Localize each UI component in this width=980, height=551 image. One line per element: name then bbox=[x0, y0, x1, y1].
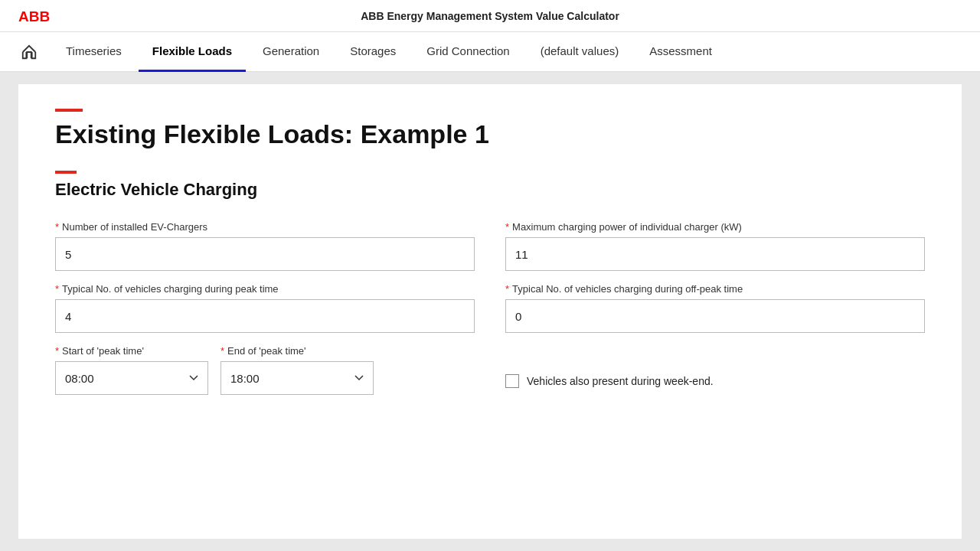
section-red-line bbox=[55, 171, 77, 174]
abb-logo-svg: ABB bbox=[18, 8, 58, 24]
peak-start-required-star: * bbox=[55, 345, 59, 357]
nav-item-default-values[interactable]: (default values) bbox=[527, 32, 633, 72]
nav-item-grid-connection[interactable]: Grid Connection bbox=[413, 32, 523, 72]
peak-end-required-star: * bbox=[220, 345, 224, 357]
nav-item-flexible-loads[interactable]: Flexible Loads bbox=[139, 32, 246, 72]
page-title: Existing Flexible Loads: Example 1 bbox=[55, 119, 925, 149]
weekend-checkbox[interactable] bbox=[505, 374, 519, 388]
offpeak-vehicles-field-group: *Typical No. of vehicles charging during… bbox=[505, 283, 925, 333]
section-title: Electric Vehicle Charging bbox=[55, 180, 925, 200]
nav-item-assessment[interactable]: Assessment bbox=[635, 32, 726, 72]
nav-item-timeseries[interactable]: Timeseries bbox=[52, 32, 136, 72]
nav-item-generation[interactable]: Generation bbox=[249, 32, 333, 72]
peak-time-dropdowns: *Start of 'peak time' 00:0001:0002:0003:… bbox=[55, 345, 475, 395]
abb-logo-header: ABB bbox=[18, 8, 58, 24]
max-charging-power-required-star: * bbox=[505, 221, 509, 233]
peak-vehicles-input[interactable] bbox=[55, 299, 475, 333]
offpeak-vehicles-label: *Typical No. of vehicles charging during… bbox=[505, 283, 925, 295]
main-nav: Timeseries Flexible Loads Generation Sto… bbox=[0, 32, 980, 72]
max-charging-power-input[interactable] bbox=[505, 237, 925, 271]
form-grid-top: *Number of installed EV-Chargers *Maximu… bbox=[55, 221, 925, 271]
max-charging-power-label: *Maximum charging power of individual ch… bbox=[505, 221, 925, 233]
form-grid-bottom: *Start of 'peak time' 00:0001:0002:0003:… bbox=[55, 345, 925, 395]
nav-item-storages[interactable]: Storages bbox=[336, 32, 410, 72]
ev-chargers-field-group: *Number of installed EV-Chargers bbox=[55, 221, 475, 271]
peak-vehicles-label: *Typical No. of vehicles charging during… bbox=[55, 283, 475, 295]
ev-chargers-label: *Number of installed EV-Chargers bbox=[55, 221, 475, 233]
weekend-label: Vehicles also present during week-end. bbox=[527, 375, 714, 387]
app-title: ABB Energy Management System Value Calcu… bbox=[361, 10, 619, 22]
peak-end-group: *End of 'peak time' 00:0001:0002:0003:00… bbox=[220, 345, 374, 395]
app-header: ABB ABB Energy Management System Value C… bbox=[0, 0, 980, 32]
max-charging-power-field-group: *Maximum charging power of individual ch… bbox=[505, 221, 925, 271]
form-grid-middle: *Typical No. of vehicles charging during… bbox=[55, 283, 925, 333]
peak-start-select[interactable]: 00:0001:0002:0003:0004:0005:0006:0007:00… bbox=[55, 361, 208, 395]
peak-end-label: *End of 'peak time' bbox=[220, 345, 374, 357]
peak-start-group: *Start of 'peak time' 00:0001:0002:0003:… bbox=[55, 345, 208, 395]
weekend-checkbox-group: Vehicles also present during week-end. bbox=[505, 345, 925, 395]
content-card: Existing Flexible Loads: Example 1 Elect… bbox=[18, 84, 962, 539]
home-nav-button[interactable] bbox=[15, 38, 43, 66]
ev-chargers-input[interactable] bbox=[55, 237, 475, 271]
offpeak-vehicles-input[interactable] bbox=[505, 299, 925, 333]
ev-chargers-required-star: * bbox=[55, 221, 59, 233]
main-content: Existing Flexible Loads: Example 1 Elect… bbox=[0, 72, 980, 551]
home-icon bbox=[21, 44, 38, 60]
peak-vehicles-required-star: * bbox=[55, 283, 59, 295]
peak-vehicles-field-group: *Typical No. of vehicles charging during… bbox=[55, 283, 475, 333]
svg-text:ABB: ABB bbox=[18, 8, 50, 24]
peak-start-label: *Start of 'peak time' bbox=[55, 345, 208, 357]
title-red-line bbox=[55, 109, 83, 112]
offpeak-vehicles-required-star: * bbox=[505, 283, 509, 295]
peak-end-select[interactable]: 00:0001:0002:0003:0004:0005:0006:0007:00… bbox=[220, 361, 374, 395]
